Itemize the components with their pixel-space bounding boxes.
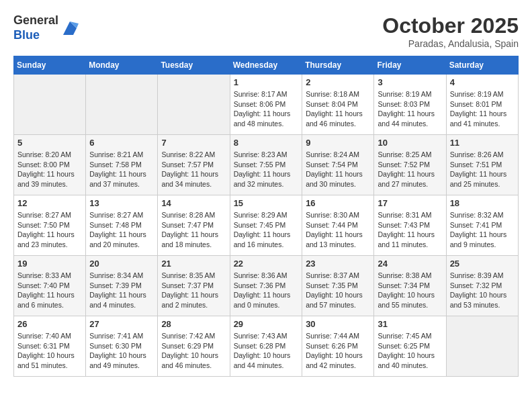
- day-info: Sunrise: 8:26 AM Sunset: 7:51 PM Dayligh…: [450, 150, 515, 189]
- day-info: Sunrise: 8:19 AM Sunset: 8:03 PM Dayligh…: [378, 89, 442, 129]
- day-info: Sunrise: 8:32 AM Sunset: 7:41 PM Dayligh…: [450, 210, 515, 250]
- day-info: Sunrise: 8:23 AM Sunset: 7:55 PM Dayligh…: [234, 150, 299, 189]
- calendar-day: [446, 316, 518, 377]
- day-info: Sunrise: 8:37 AM Sunset: 7:35 PM Dayligh…: [306, 271, 370, 310]
- header-wednesday: Wednesday: [230, 56, 302, 75]
- day-info: Sunrise: 8:38 AM Sunset: 7:34 PM Dayligh…: [378, 271, 442, 310]
- calendar-day: 13Sunrise: 8:27 AM Sunset: 7:48 PM Dayli…: [86, 195, 158, 256]
- logo: General Blue: [13, 13, 80, 42]
- calendar-day: 5Sunrise: 8:20 AM Sunset: 8:00 PM Daylig…: [14, 135, 86, 195]
- day-number: 20: [89, 259, 154, 269]
- calendar-day: 31Sunrise: 7:45 AM Sunset: 6:25 PM Dayli…: [374, 316, 446, 377]
- calendar-day: 4Sunrise: 8:19 AM Sunset: 8:01 PM Daylig…: [446, 75, 518, 135]
- day-info: Sunrise: 8:29 AM Sunset: 7:45 PM Dayligh…: [234, 210, 299, 250]
- calendar-day: 18Sunrise: 8:32 AM Sunset: 7:41 PM Dayli…: [446, 195, 518, 256]
- calendar-day: 3Sunrise: 8:19 AM Sunset: 8:03 PM Daylig…: [374, 75, 446, 135]
- calendar-day: [14, 75, 86, 135]
- calendar-day: 20Sunrise: 8:34 AM Sunset: 7:39 PM Dayli…: [86, 256, 158, 316]
- calendar-day: 14Sunrise: 8:28 AM Sunset: 7:47 PM Dayli…: [158, 195, 230, 256]
- day-info: Sunrise: 7:40 AM Sunset: 6:31 PM Dayligh…: [17, 331, 82, 371]
- day-info: Sunrise: 8:19 AM Sunset: 8:01 PM Dayligh…: [450, 89, 515, 129]
- header-monday: Monday: [86, 56, 158, 75]
- calendar-day: 22Sunrise: 8:36 AM Sunset: 7:36 PM Dayli…: [230, 256, 302, 316]
- day-number: 29: [234, 319, 299, 329]
- day-number: 22: [234, 259, 299, 269]
- day-number: 14: [161, 198, 226, 208]
- page-header: General Blue October 2025 Paradas, Andal…: [13, 13, 519, 49]
- header-thursday: Thursday: [302, 56, 374, 75]
- day-info: Sunrise: 7:43 AM Sunset: 6:28 PM Dayligh…: [234, 331, 299, 371]
- header-friday: Friday: [374, 56, 446, 75]
- day-info: Sunrise: 8:17 AM Sunset: 8:06 PM Dayligh…: [234, 89, 299, 129]
- day-number: 16: [306, 198, 370, 208]
- calendar-day: 12Sunrise: 8:27 AM Sunset: 7:50 PM Dayli…: [14, 195, 86, 256]
- day-number: 8: [234, 138, 299, 148]
- day-number: 11: [450, 138, 515, 148]
- day-number: 25: [450, 259, 515, 269]
- day-info: Sunrise: 8:22 AM Sunset: 7:57 PM Dayligh…: [161, 150, 226, 189]
- calendar-day: 21Sunrise: 8:35 AM Sunset: 7:37 PM Dayli…: [158, 256, 230, 316]
- calendar-day: 10Sunrise: 8:25 AM Sunset: 7:52 PM Dayli…: [374, 135, 446, 195]
- calendar-day: 19Sunrise: 8:33 AM Sunset: 7:40 PM Dayli…: [14, 256, 86, 316]
- calendar-day: 30Sunrise: 7:44 AM Sunset: 6:26 PM Dayli…: [302, 316, 374, 377]
- calendar-week-1: 1Sunrise: 8:17 AM Sunset: 8:06 PM Daylig…: [14, 75, 519, 135]
- calendar-day: 23Sunrise: 8:37 AM Sunset: 7:35 PM Dayli…: [302, 256, 374, 316]
- day-info: Sunrise: 8:33 AM Sunset: 7:40 PM Dayligh…: [17, 271, 82, 310]
- calendar-day: 26Sunrise: 7:40 AM Sunset: 6:31 PM Dayli…: [14, 316, 86, 377]
- day-info: Sunrise: 8:24 AM Sunset: 7:54 PM Dayligh…: [306, 150, 370, 189]
- day-info: Sunrise: 8:27 AM Sunset: 7:48 PM Dayligh…: [89, 210, 154, 250]
- day-number: 18: [450, 198, 515, 208]
- day-number: 19: [17, 259, 82, 269]
- calendar-day: 28Sunrise: 7:42 AM Sunset: 6:29 PM Dayli…: [158, 316, 230, 377]
- day-number: 27: [89, 319, 154, 329]
- day-info: Sunrise: 8:25 AM Sunset: 7:52 PM Dayligh…: [378, 150, 442, 189]
- day-info: Sunrise: 8:20 AM Sunset: 8:00 PM Dayligh…: [17, 150, 82, 189]
- logo-blue: Blue: [13, 28, 40, 42]
- day-info: Sunrise: 8:30 AM Sunset: 7:44 PM Dayligh…: [306, 210, 370, 250]
- day-info: Sunrise: 7:44 AM Sunset: 6:26 PM Dayligh…: [306, 331, 370, 371]
- day-number: 21: [161, 259, 226, 269]
- day-number: 4: [450, 77, 515, 87]
- calendar-day: 7Sunrise: 8:22 AM Sunset: 7:57 PM Daylig…: [158, 135, 230, 195]
- day-info: Sunrise: 8:34 AM Sunset: 7:39 PM Dayligh…: [89, 271, 154, 310]
- calendar-week-3: 12Sunrise: 8:27 AM Sunset: 7:50 PM Dayli…: [14, 195, 519, 256]
- day-info: Sunrise: 8:31 AM Sunset: 7:43 PM Dayligh…: [378, 210, 442, 250]
- calendar-day: 16Sunrise: 8:30 AM Sunset: 7:44 PM Dayli…: [302, 195, 374, 256]
- logo-icon: [60, 18, 80, 38]
- day-number: 12: [17, 198, 82, 208]
- day-number: 1: [234, 77, 299, 87]
- header-tuesday: Tuesday: [158, 56, 230, 75]
- day-number: 7: [161, 138, 226, 148]
- calendar-day: 29Sunrise: 7:43 AM Sunset: 6:28 PM Dayli…: [230, 316, 302, 377]
- day-number: 31: [378, 319, 442, 329]
- day-number: 15: [234, 198, 299, 208]
- day-number: 13: [89, 198, 154, 208]
- day-number: 28: [161, 319, 226, 329]
- day-info: Sunrise: 8:21 AM Sunset: 7:58 PM Dayligh…: [89, 150, 154, 189]
- location: Paradas, Andalusia, Spain: [382, 38, 519, 49]
- month-year: October 2025: [382, 13, 519, 38]
- day-number: 23: [306, 259, 370, 269]
- calendar-day: [158, 75, 230, 135]
- calendar-table: SundayMondayTuesdayWednesdayThursdayFrid…: [13, 56, 519, 377]
- calendar-day: 17Sunrise: 8:31 AM Sunset: 7:43 PM Dayli…: [374, 195, 446, 256]
- day-number: 26: [17, 319, 82, 329]
- calendar-day: 11Sunrise: 8:26 AM Sunset: 7:51 PM Dayli…: [446, 135, 518, 195]
- calendar-day: 27Sunrise: 7:41 AM Sunset: 6:30 PM Dayli…: [86, 316, 158, 377]
- header-sunday: Sunday: [14, 56, 86, 75]
- calendar-week-5: 26Sunrise: 7:40 AM Sunset: 6:31 PM Dayli…: [14, 316, 519, 377]
- title-block: October 2025 Paradas, Andalusia, Spain: [382, 13, 519, 49]
- logo-general: General: [13, 13, 58, 27]
- day-info: Sunrise: 7:41 AM Sunset: 6:30 PM Dayligh…: [89, 331, 154, 371]
- day-info: Sunrise: 7:42 AM Sunset: 6:29 PM Dayligh…: [161, 331, 226, 371]
- day-info: Sunrise: 8:39 AM Sunset: 7:32 PM Dayligh…: [450, 271, 515, 310]
- day-info: Sunrise: 8:18 AM Sunset: 8:04 PM Dayligh…: [306, 89, 370, 129]
- day-number: 2: [306, 77, 370, 87]
- day-number: 10: [378, 138, 442, 148]
- day-number: 30: [306, 319, 370, 329]
- logo-text: General Blue: [13, 13, 80, 42]
- calendar-day: 1Sunrise: 8:17 AM Sunset: 8:06 PM Daylig…: [230, 75, 302, 135]
- calendar-day: 9Sunrise: 8:24 AM Sunset: 7:54 PM Daylig…: [302, 135, 374, 195]
- calendar-header-row: SundayMondayTuesdayWednesdayThursdayFrid…: [14, 56, 519, 75]
- calendar-day: 24Sunrise: 8:38 AM Sunset: 7:34 PM Dayli…: [374, 256, 446, 316]
